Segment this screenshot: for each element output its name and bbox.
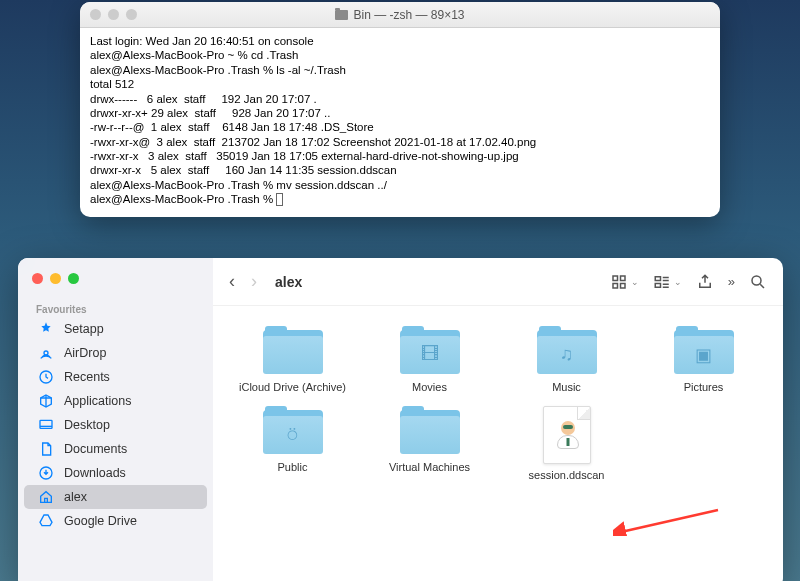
sidebar-item-label: alex bbox=[64, 490, 87, 504]
sidebar-item-label: Google Drive bbox=[64, 514, 137, 528]
sidebar-item-desktop[interactable]: Desktop bbox=[24, 413, 207, 437]
terminal-line: -rw-r--r--@ 1 alex staff 6148 Jan 18 17:… bbox=[90, 121, 374, 133]
setapp-icon bbox=[38, 321, 54, 337]
sidebar-item-label: Setapp bbox=[64, 322, 104, 336]
svg-point-0 bbox=[44, 351, 48, 355]
finder-window: Favourites Setapp AirDrop Recents Applic… bbox=[18, 258, 783, 581]
terminal-line: -rwxr-xr-x 3 alex staff 35019 Jan 18 17:… bbox=[90, 150, 519, 162]
terminal-titlebar[interactable]: Bin — -zsh — 89×13 bbox=[80, 2, 720, 28]
share-button[interactable] bbox=[696, 273, 714, 291]
home-icon bbox=[38, 489, 54, 505]
svg-rect-2 bbox=[40, 420, 52, 428]
grid-icon bbox=[610, 273, 628, 291]
terminal-title-text: Bin — -zsh — 89×13 bbox=[353, 8, 464, 22]
item-label: iCloud Drive (Archive) bbox=[239, 381, 346, 394]
sidebar-item-label: Applications bbox=[64, 394, 131, 408]
terminal-body[interactable]: Last login: Wed Jan 20 16:40:51 on conso… bbox=[80, 28, 720, 213]
terminal-title: Bin — -zsh — 89×13 bbox=[80, 8, 720, 22]
finder-main: ‹ › alex ⌄ ⌄ » bbox=[213, 258, 783, 581]
zoom-icon[interactable] bbox=[68, 273, 79, 284]
folder-item-virtual-machines[interactable]: Virtual Machines bbox=[364, 406, 495, 482]
folder-item-music[interactable]: ♫ Music bbox=[501, 326, 632, 394]
svg-rect-4 bbox=[613, 276, 618, 281]
item-label: session.ddscan bbox=[529, 469, 605, 482]
applications-icon bbox=[38, 393, 54, 409]
google-drive-icon bbox=[38, 513, 54, 529]
location-title: alex bbox=[275, 274, 302, 290]
terminal-line: total 512 bbox=[90, 78, 134, 90]
sidebar-item-label: Downloads bbox=[64, 466, 126, 480]
forward-button[interactable]: › bbox=[251, 271, 257, 292]
sidebar-item-setapp[interactable]: Setapp bbox=[24, 317, 207, 341]
sidebar-item-home[interactable]: alex bbox=[24, 485, 207, 509]
downloads-icon bbox=[38, 465, 54, 481]
finder-sidebar: Favourites Setapp AirDrop Recents Applic… bbox=[18, 258, 213, 581]
airdrop-icon bbox=[38, 345, 54, 361]
folder-item-pictures[interactable]: ▣ Pictures bbox=[638, 326, 769, 394]
group-button[interactable]: ⌄ bbox=[653, 273, 682, 291]
svg-rect-5 bbox=[620, 276, 625, 281]
annotation-arrow bbox=[613, 506, 723, 536]
sidebar-item-downloads[interactable]: Downloads bbox=[24, 461, 207, 485]
svg-rect-7 bbox=[620, 283, 625, 288]
svg-rect-6 bbox=[613, 283, 618, 288]
sidebar-section-label: Favourites bbox=[18, 302, 213, 317]
sidebar-item-google-drive[interactable]: Google Drive bbox=[24, 509, 207, 533]
avatar-icon bbox=[554, 421, 582, 449]
sidebar-item-applications[interactable]: Applications bbox=[24, 389, 207, 413]
terminal-line: drwxr-xr-x+ 29 alex staff 928 Jan 20 17:… bbox=[90, 107, 330, 119]
sidebar-item-label: Documents bbox=[64, 442, 127, 456]
folder-icon: 🎞 bbox=[398, 326, 462, 376]
folder-icon: ⍥ bbox=[261, 406, 325, 456]
sidebar-item-recents[interactable]: Recents bbox=[24, 365, 207, 389]
group-icon bbox=[653, 273, 671, 291]
view-icons-button[interactable]: ⌄ bbox=[610, 273, 639, 291]
file-item-session[interactable]: session.ddscan bbox=[501, 406, 632, 482]
desktop-icon bbox=[38, 417, 54, 433]
sidebar-item-label: Desktop bbox=[64, 418, 110, 432]
documents-icon bbox=[38, 441, 54, 457]
item-label: Public bbox=[278, 461, 308, 474]
search-button[interactable] bbox=[749, 273, 767, 291]
terminal-window: Bin — -zsh — 89×13 Last login: Wed Jan 2… bbox=[80, 2, 720, 217]
share-icon bbox=[696, 273, 714, 291]
terminal-line: drwx------ 6 alex staff 192 Jan 20 17:07… bbox=[90, 93, 317, 105]
back-button[interactable]: ‹ bbox=[229, 271, 235, 292]
clock-icon bbox=[38, 369, 54, 385]
terminal-prompt: alex@Alexs-MacBook-Pro .Trash % bbox=[90, 193, 276, 205]
svg-point-10 bbox=[752, 276, 761, 285]
more-button[interactable]: » bbox=[728, 274, 735, 289]
chevrons-icon: » bbox=[728, 274, 735, 289]
finder-traffic-lights[interactable] bbox=[18, 268, 213, 302]
folder-icon: ▣ bbox=[672, 326, 736, 376]
folder-item-icloud[interactable]: iCloud Drive (Archive) bbox=[227, 326, 358, 394]
svg-rect-8 bbox=[655, 276, 660, 280]
item-label: Pictures bbox=[684, 381, 724, 394]
folder-icon bbox=[398, 406, 462, 456]
svg-line-11 bbox=[621, 510, 718, 532]
cursor-icon bbox=[276, 193, 283, 206]
finder-toolbar: ‹ › alex ⌄ ⌄ » bbox=[213, 258, 783, 306]
file-icon bbox=[543, 406, 591, 464]
close-icon[interactable] bbox=[32, 273, 43, 284]
minimize-icon[interactable] bbox=[50, 273, 61, 284]
terminal-line: Last login: Wed Jan 20 16:40:51 on conso… bbox=[90, 35, 314, 47]
sidebar-item-airdrop[interactable]: AirDrop bbox=[24, 341, 207, 365]
finder-content[interactable]: iCloud Drive (Archive) 🎞 Movies ♫ Music … bbox=[213, 306, 783, 581]
sidebar-item-documents[interactable]: Documents bbox=[24, 437, 207, 461]
chevron-down-icon: ⌄ bbox=[631, 277, 639, 287]
item-label: Music bbox=[552, 381, 581, 394]
item-label: Movies bbox=[412, 381, 447, 394]
terminal-line: alex@Alexs-MacBook-Pro .Trash % mv sessi… bbox=[90, 179, 387, 191]
folder-item-public[interactable]: ⍥ Public bbox=[227, 406, 358, 482]
terminal-line: alex@Alexs-MacBook-Pro ~ % cd .Trash bbox=[90, 49, 298, 61]
terminal-line: drwxr-xr-x 5 alex staff 160 Jan 14 11:35… bbox=[90, 164, 397, 176]
sidebar-item-label: AirDrop bbox=[64, 346, 106, 360]
sidebar-item-label: Recents bbox=[64, 370, 110, 384]
terminal-line: -rwxr-xr-x@ 3 alex staff 213702 Jan 18 1… bbox=[90, 136, 536, 148]
svg-rect-9 bbox=[655, 283, 660, 287]
folder-icon bbox=[261, 326, 325, 376]
item-label: Virtual Machines bbox=[389, 461, 470, 474]
folder-item-movies[interactable]: 🎞 Movies bbox=[364, 326, 495, 394]
search-icon bbox=[749, 273, 767, 291]
